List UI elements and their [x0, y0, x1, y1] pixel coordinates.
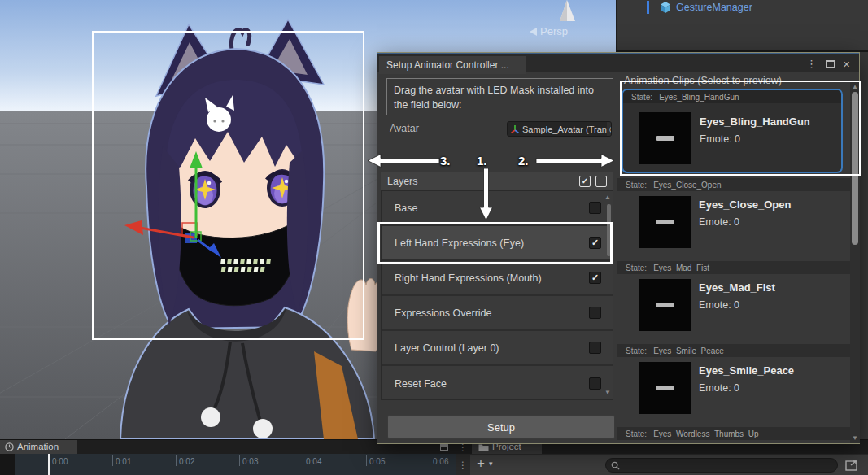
thumbnail-dash — [656, 220, 674, 224]
thumbnail-dash — [656, 386, 674, 390]
layer-row-reset-face[interactable]: Reset Face ✓ — [382, 366, 613, 400]
check-all-toggle[interactable]: ✓ — [579, 176, 591, 187]
window-close-icon[interactable]: × — [843, 57, 850, 71]
avatar-field-value: Sample_Avatar (Tran — [522, 124, 607, 134]
clip-thumbnail[interactable] — [639, 362, 691, 414]
clips-scrollbar[interactable]: ▲ ▼ — [850, 82, 860, 443]
clips-scroll-up-icon[interactable]: ▲ — [852, 84, 858, 90]
layer-row-expressions-override[interactable]: Expressions Override ✓ — [382, 296, 613, 331]
layer-checkbox[interactable]: ✓ — [589, 202, 601, 214]
clip-title: Eyes_Close_Open — [699, 198, 791, 211]
playhead[interactable] — [48, 454, 50, 475]
window-maximize-icon[interactable] — [826, 60, 835, 68]
avatar-object-field[interactable]: Sample_Avatar (Tran ◎ — [507, 121, 612, 137]
clip-title: Eyes_Bling_HandGun — [700, 115, 810, 128]
pane-maximize-icon[interactable] — [440, 444, 448, 451]
window-menu-icon[interactable]: ⋮ — [806, 58, 817, 70]
frame-number-box[interactable] — [0, 454, 15, 475]
folder-icon — [478, 443, 489, 451]
instruction-box: Drag the avatar with LED Mask installed … — [386, 78, 613, 115]
layer-checkbox[interactable]: ✓ — [589, 377, 601, 390]
animation-clips-list: State: Eyes_Bling_HandGun Eyes_Bling_Han… — [617, 86, 851, 443]
layer-checkbox[interactable]: ✓ — [589, 272, 601, 284]
selection-caret — [647, 1, 649, 14]
clip-state-row: State: Eyes_Wordless_Thumbs_Up — [617, 427, 851, 440]
layers-header-label: Layers — [387, 176, 418, 187]
clip-thumbnail[interactable] — [639, 112, 691, 164]
persp-text: Persp — [540, 25, 568, 37]
project-toolbar: + ▾ — [470, 454, 868, 475]
thumbnail-dash — [656, 303, 674, 307]
clip-title: Eyes_Mad_Fist — [699, 281, 775, 294]
layers-scroll-down-icon[interactable]: ▼ — [604, 390, 611, 396]
timeline-ruler[interactable]: 0:00 0:01 0:02 0:03 0:04 0:05 0:06 — [15, 454, 456, 475]
hierarchy-panel: GestureManager — [616, 0, 868, 52]
instruction-text: Drag the avatar with LED Mask installed … — [394, 85, 594, 111]
layer-checkbox[interactable]: ✓ — [589, 237, 601, 249]
clip-emote: Emote: 0 — [700, 133, 740, 145]
clip-state-row: State: Eyes_Bling_HandGun — [623, 90, 841, 103]
window-title: Setup Animator Controller ... — [386, 59, 509, 71]
layer-row-right-hand-expressions[interactable]: Right Hand Expressions (Mouth) ✓ — [382, 261, 613, 296]
layer-row-left-hand-expressions[interactable]: Left Hand Expressions (Eye) ✓ — [382, 226, 613, 261]
clip-emote: Emote: 0 — [699, 299, 739, 311]
layer-checkbox[interactable]: ✓ — [589, 342, 601, 354]
clip-emote: Emote: 0 — [699, 216, 739, 228]
layer-row-layer-control[interactable]: Layer Control (Layer 0) ✓ — [382, 331, 613, 366]
add-dropdown-icon[interactable]: ▾ — [489, 460, 493, 468]
uncheck-all-toggle[interactable] — [595, 176, 607, 187]
layers-list: Base ✓ Left Hand Expressions (Eye) ✓ Rig… — [381, 190, 613, 400]
search-icon — [611, 461, 620, 470]
window-titlebar[interactable]: Setup Animator Controller ... ⋮ × — [377, 53, 859, 72]
clips-panel-header: Animation Clips (Select to preview) — [624, 75, 782, 86]
clip-title: Eyes_Smile_Peace — [699, 364, 794, 377]
persp-arrow-icon — [530, 28, 537, 36]
layers-scrollbar-thumb[interactable] — [607, 204, 611, 256]
prefab-cube-icon — [659, 1, 672, 14]
clips-scrollbar-thumb[interactable] — [852, 92, 858, 245]
layers-header: Layers ✓ — [381, 172, 613, 190]
clip-state-row: State: Eyes_Mad_Fist — [617, 261, 851, 274]
clip-thumbnail[interactable] — [639, 279, 691, 331]
animation-tab-label: Animation — [17, 442, 59, 451]
clip-state-row: State: Eyes_Close_Open — [617, 178, 851, 191]
layers-scroll-up-icon[interactable]: ▲ — [604, 194, 611, 201]
object-picker-icon[interactable]: ◎ — [607, 122, 612, 136]
layer-checkbox[interactable]: ✓ — [589, 307, 601, 319]
open-window-icon[interactable] — [844, 458, 860, 473]
clip-thumbnail[interactable] — [639, 196, 691, 248]
clip-card-eyes-mad-fist[interactable]: Eyes_Mad_Fist Emote: 0 — [617, 274, 851, 344]
project-search-input[interactable] — [623, 460, 832, 471]
bottom-dock: Animation ⋮ 0:00 0:01 0:02 0:03 0:04 0:0… — [0, 439, 868, 475]
clip-state-row: State: Eyes_Smile_Peace — [617, 344, 851, 357]
clip-card-eyes-smile-peace[interactable]: Eyes_Smile_Peace Emote: 0 — [617, 357, 851, 427]
window-title-tab[interactable]: Setup Animator Controller ... — [379, 56, 526, 74]
setup-button[interactable]: Setup — [387, 415, 615, 439]
clip-emote: Emote: 0 — [699, 382, 739, 394]
perspective-indicator[interactable]: Persp — [530, 25, 568, 37]
layer-row-base[interactable]: Base ✓ — [382, 191, 613, 226]
hierarchy-item-gesturemanager[interactable]: GestureManager — [676, 2, 752, 13]
transform-icon — [510, 124, 520, 134]
clip-card-eyes-bling-handgun[interactable]: State: Eyes_Bling_HandGun Eyes_Bling_Han… — [622, 89, 843, 173]
timeline-kebab-icon: ⋮ — [458, 460, 468, 470]
timeline-menu-strip[interactable]: ⋮ — [456, 454, 470, 475]
tab-animation[interactable]: Animation — [0, 440, 77, 454]
setup-animator-window: Setup Animator Controller ... ⋮ × Drag t… — [377, 52, 860, 444]
project-search[interactable] — [605, 458, 838, 473]
unity-editor-root: Persp GestureManager Animation ⋮ — [0, 0, 868, 475]
clip-card-eyes-close-open[interactable]: Eyes_Close_Open Emote: 0 — [617, 191, 851, 261]
add-asset-button[interactable]: + — [477, 455, 485, 472]
thumbnail-dash — [656, 136, 674, 141]
avatar-field-label: Avatar — [390, 123, 419, 134]
clock-icon — [5, 442, 14, 451]
clips-scroll-down-icon[interactable]: ▼ — [852, 435, 858, 442]
